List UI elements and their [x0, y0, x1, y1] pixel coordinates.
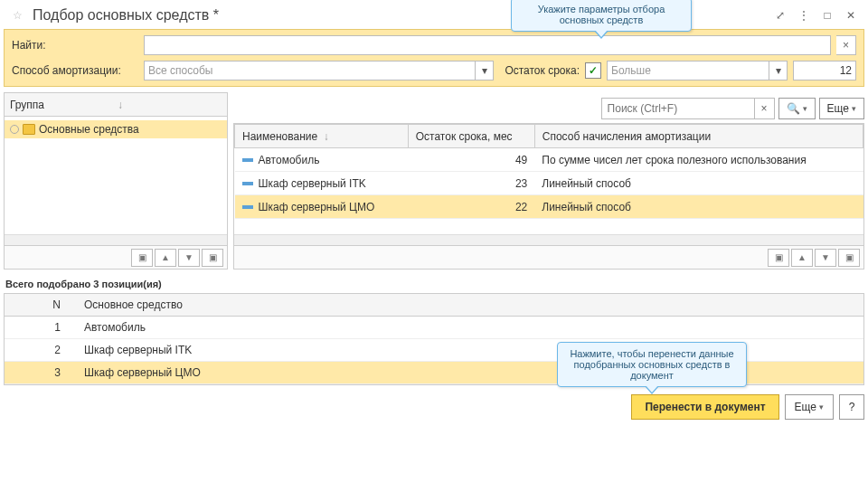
scrollbar-stub[interactable]: [234, 234, 863, 245]
tree-up-icon[interactable]: ▲: [155, 249, 176, 267]
grid-up-icon[interactable]: ▲: [791, 249, 813, 267]
help-button[interactable]: ?: [839, 394, 864, 420]
compare-select[interactable]: [607, 61, 769, 80]
transfer-button[interactable]: Перенести в документ: [631, 394, 778, 420]
tree-root-item[interactable]: Основные средства: [5, 120, 227, 138]
find-input[interactable]: [144, 35, 831, 55]
close-icon[interactable]: ✕: [843, 7, 859, 24]
amort-dropdown-icon[interactable]: ▾: [476, 61, 494, 80]
maximize-icon[interactable]: □: [819, 7, 835, 24]
tree-expand-all-icon[interactable]: ▣: [202, 249, 223, 267]
advanced-search-button[interactable]: 🔍▾: [778, 98, 816, 119]
folder-icon: [23, 124, 35, 135]
col-name[interactable]: Наименование ↓: [235, 125, 409, 148]
tree-expand-icon[interactable]: [10, 125, 19, 134]
table-row[interactable]: Шкаф серверный ITK23Линейный способ: [235, 172, 863, 195]
tree-down-icon[interactable]: ▼: [178, 249, 200, 267]
amort-select[interactable]: [144, 61, 476, 80]
picked-col-n[interactable]: N: [5, 294, 77, 317]
tree-collapse-all-icon[interactable]: ▣: [131, 249, 153, 267]
amort-label: Способ амортизации:: [12, 64, 138, 77]
search-input[interactable]: [601, 98, 755, 119]
item-icon: [242, 182, 253, 185]
remain-checkbox[interactable]: ✓: [585, 62, 601, 79]
callout-filter: Укажите параметры отбора основных средст…: [511, 0, 692, 32]
favorite-icon[interactable]: ☆: [9, 7, 25, 24]
find-label: Найти:: [12, 39, 138, 52]
callout-transfer: Нажмите, чтобы перенести данные подобран…: [557, 342, 747, 387]
more-button[interactable]: Еще▾: [819, 98, 864, 119]
group-tree-pane: Группа ↓ Основные средства ▣ ▲ ▼ ▣: [4, 92, 228, 270]
search-icon: 🔍: [787, 102, 800, 115]
link-icon[interactable]: ⤢: [772, 7, 788, 24]
more-footer-button[interactable]: Еще▾: [785, 394, 834, 420]
list-item[interactable]: 1Автомобиль: [5, 317, 863, 339]
scrollbar-stub[interactable]: [5, 234, 227, 245]
filter-bar: Укажите параметры отбора основных средст…: [4, 29, 864, 87]
grid-down-icon[interactable]: ▼: [815, 249, 836, 267]
kebab-icon[interactable]: ⋮: [796, 7, 812, 24]
grid-expand-all-icon[interactable]: ▣: [838, 249, 860, 267]
remain-label: Остаток срока:: [505, 64, 580, 77]
sort-icon[interactable]: ↓: [118, 99, 222, 111]
picked-summary: Всего подобрано 3 позиции(ия): [5, 279, 864, 289]
col-remain[interactable]: Остаток срока, мес: [408, 125, 534, 148]
compare-dropdown-icon[interactable]: ▾: [769, 61, 788, 80]
col-method[interactable]: Способ начисления амортизации: [534, 125, 863, 148]
remain-value-input[interactable]: [793, 61, 856, 80]
picked-col-item[interactable]: Основное средство: [77, 294, 863, 317]
tree-root-label: Основные средства: [39, 123, 139, 136]
window-title: Подбор основных средств *: [33, 7, 219, 24]
find-clear-button[interactable]: ×: [836, 35, 856, 55]
table-row[interactable]: Шкаф серверный ЦМО22Линейный способ: [235, 195, 863, 219]
table-row[interactable]: Автомобиль49По сумме чисел лет срока пол…: [235, 148, 863, 172]
item-icon: [242, 158, 253, 162]
assets-table: Наименование ↓ Остаток срока, мес Способ…: [234, 124, 863, 219]
search-clear-button[interactable]: ×: [755, 98, 775, 119]
item-icon: [242, 205, 253, 209]
grid-collapse-all-icon[interactable]: ▣: [768, 249, 789, 267]
group-header: Группа: [10, 99, 114, 111]
